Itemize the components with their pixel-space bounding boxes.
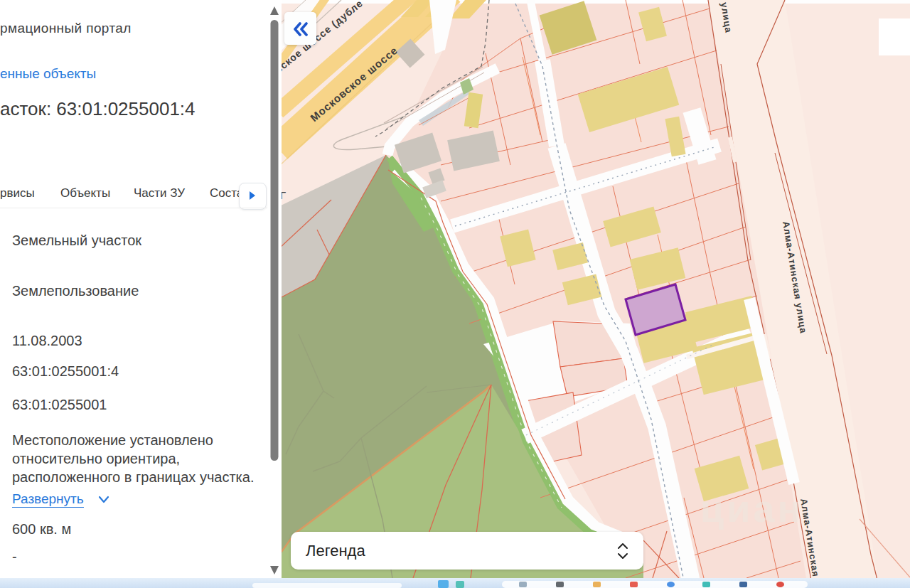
svg-text:циан: циан — [700, 487, 803, 530]
